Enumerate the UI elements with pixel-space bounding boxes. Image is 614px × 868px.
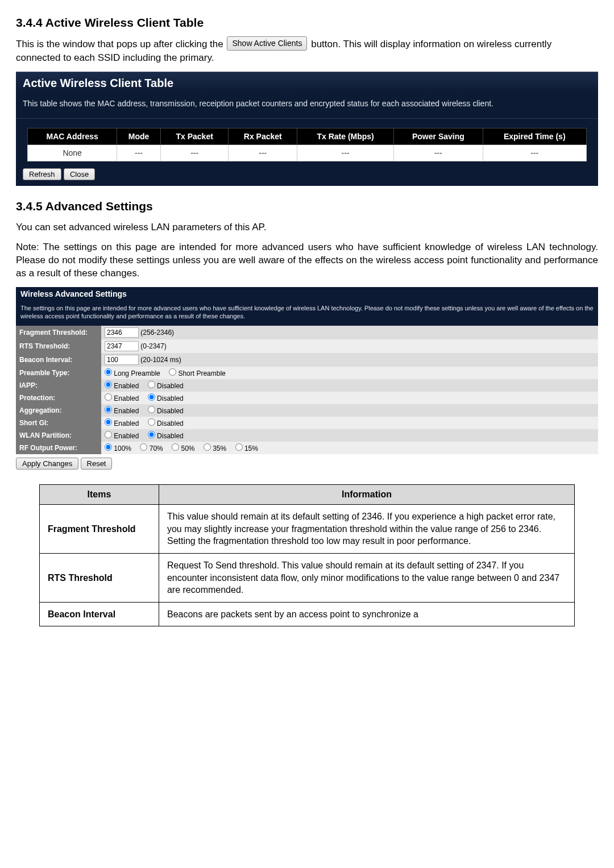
rf-50-label: 50% (181, 445, 194, 452)
wireless-advanced-panel: Wireless Advanced Settings The settings … (16, 287, 598, 474)
aggregation-enabled-label: Enabled (114, 407, 139, 415)
th-items: Items (39, 485, 159, 505)
th-mode: Mode (117, 128, 160, 144)
rf-35-label: 35% (213, 445, 226, 452)
table-row: Beacon Interval Beacons are packets sent… (39, 602, 574, 626)
fragment-threshold-range: (256-2346) (140, 329, 174, 337)
th-expired: Expired Time (s) (483, 128, 586, 144)
info-beacon-interval: Beacons are packets sent by an access po… (159, 602, 574, 626)
th-information: Information (159, 485, 574, 505)
th-txrate: Tx Rate (Mbps) (297, 128, 393, 144)
protection-disabled-radio[interactable] (148, 393, 155, 401)
aggregation-disabled-label: Disabled (157, 407, 184, 415)
info-rts-threshold: Request To Send threshold. This value sh… (159, 553, 574, 602)
label-rts-threshold: RTS Threshold: (16, 339, 101, 353)
label-fragment-threshold: Fragment Threshold: (16, 326, 101, 339)
item-beacon-interval: Beacon Interval (39, 602, 159, 626)
advanced-settings-table: Fragment Threshold: (256-2346) RTS Thres… (16, 326, 598, 454)
section2-para2: Note: The settings on this page are inte… (16, 241, 598, 280)
section1-paragraph: This is the window that pops up after cl… (16, 38, 598, 65)
section2-para1: You can set advanced wireless LAN parame… (16, 221, 598, 234)
section-heading-345: 3.4.5 Advanced Settings (16, 200, 598, 213)
wlan-enabled-radio[interactable] (105, 431, 112, 438)
section-heading-344: 3.4.4 Active Wireless Client Table (16, 16, 598, 30)
items-information-table: Items Information Fragment Threshold Thi… (39, 484, 575, 626)
show-active-clients-button[interactable]: Show Active Clients (227, 36, 307, 51)
beacon-interval-range: (20-1024 ms) (140, 356, 181, 364)
label-aggregation: Aggregation: (16, 404, 101, 417)
preamble-short-radio[interactable] (169, 368, 176, 376)
awct-panel-title: Active Wireless Client Table (16, 72, 598, 93)
iapp-enabled-label: Enabled (114, 382, 139, 390)
label-shortgi: Short GI: (16, 417, 101, 429)
cell-rx: --- (229, 144, 297, 161)
cell-tx: --- (161, 144, 229, 161)
iapp-enabled-radio[interactable] (105, 381, 112, 388)
iapp-disabled-radio[interactable] (148, 381, 155, 388)
protection-enabled-radio[interactable] (105, 393, 112, 401)
th-power: Power Saving (393, 128, 483, 144)
adv-panel-title: Wireless Advanced Settings (16, 287, 598, 301)
rf-15-label: 15% (244, 445, 258, 452)
wlan-disabled-label: Disabled (157, 432, 184, 440)
rts-threshold-range: (0-2347) (140, 342, 166, 350)
aggregation-enabled-radio[interactable] (105, 406, 112, 413)
adv-panel-desc: The settings on this page are intended f… (16, 301, 598, 326)
active-wireless-client-table: MAC Address Mode Tx Packet Rx Packet Tx … (27, 128, 586, 161)
wlan-disabled-radio[interactable] (148, 431, 155, 438)
apply-changes-button[interactable]: Apply Changes (16, 458, 78, 470)
shortgi-disabled-radio[interactable] (148, 418, 155, 426)
rf-70-label: 70% (150, 445, 163, 452)
beacon-interval-input[interactable] (105, 355, 139, 365)
protection-enabled-label: Enabled (114, 394, 139, 402)
th-mac: MAC Address (28, 128, 117, 144)
label-iapp: IAPP: (16, 379, 101, 392)
close-button[interactable]: Close (64, 168, 95, 180)
preamble-long-radio[interactable] (105, 368, 112, 376)
reset-button[interactable]: Reset (81, 458, 113, 470)
rf-15-radio[interactable] (235, 443, 243, 451)
para1-pre: This is the window that pops up after cl… (16, 39, 223, 49)
cell-mode: --- (117, 144, 160, 161)
cell-expired: --- (483, 144, 586, 161)
rf-35-radio[interactable] (204, 443, 211, 451)
th-rxpacket: Rx Packet (229, 128, 297, 144)
rf-70-radio[interactable] (140, 443, 147, 451)
preamble-long-label: Long Preamble (114, 369, 160, 377)
protection-disabled-label: Disabled (157, 394, 184, 402)
item-fragment-threshold: Fragment Threshold (39, 505, 159, 554)
label-wlan-partition: WLAN Partition: (16, 429, 101, 442)
label-beacon-interval: Beacon Interval: (16, 353, 101, 367)
iapp-disabled-label: Disabled (157, 382, 184, 390)
table-row: RTS Threshold Request To Send threshold.… (39, 553, 574, 602)
table-row: Fragment Threshold This value should rem… (39, 505, 574, 554)
rf-100-label: 100% (114, 445, 131, 452)
rf-100-radio[interactable] (105, 443, 112, 451)
cell-power: --- (393, 144, 483, 161)
wlan-enabled-label: Enabled (114, 432, 139, 440)
info-fragment-threshold: This value should remain at its default … (159, 505, 574, 554)
label-protection: Protection: (16, 392, 101, 404)
rts-threshold-input[interactable] (105, 341, 139, 351)
refresh-button[interactable]: Refresh (23, 168, 61, 180)
table-row: None --- --- --- --- --- --- (28, 144, 586, 161)
aggregation-disabled-radio[interactable] (148, 406, 155, 413)
shortgi-enabled-label: Enabled (114, 420, 139, 427)
shortgi-disabled-label: Disabled (157, 420, 184, 427)
shortgi-enabled-radio[interactable] (105, 418, 112, 426)
th-txpacket: Tx Packet (161, 128, 229, 144)
awct-panel-desc: This table shows the MAC address, transm… (16, 93, 598, 119)
preamble-short-label: Short Preamble (178, 369, 225, 377)
cell-mac: None (28, 144, 117, 161)
fragment-threshold-input[interactable] (105, 327, 139, 338)
cell-txrate: --- (297, 144, 393, 161)
item-rts-threshold: RTS Threshold (39, 553, 159, 602)
label-preamble-type: Preamble Type: (16, 367, 101, 379)
rf-50-radio[interactable] (172, 443, 179, 451)
label-rf-output: RF Output Power: (16, 442, 101, 454)
active-wireless-client-panel: Active Wireless Client Table This table … (16, 72, 598, 186)
